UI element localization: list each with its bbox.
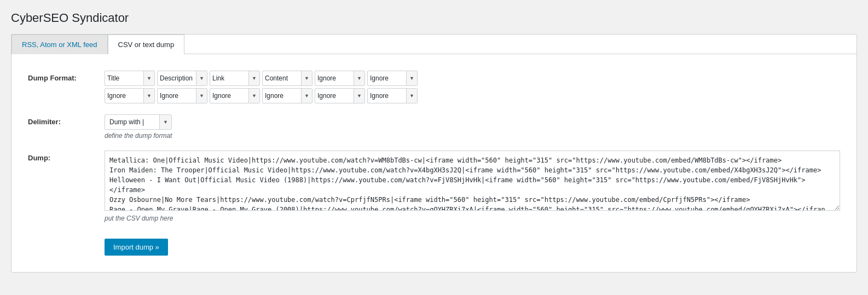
format-select-7[interactable]: IgnoreTitleDescriptionLinkContentAuthor … [105,88,155,103]
chevron-down-icon: ▼ [143,71,154,85]
format-row-1: TitleDescriptionLinkContentAuthorIgnore … [105,71,840,86]
format-select-9[interactable]: IgnoreTitleDescriptionLinkContentAuthor … [210,88,260,103]
format-select-11[interactable]: IgnoreTitleDescriptionLinkContentAuthor … [315,88,365,103]
delimiter-hint: define the dump format [105,132,840,140]
format-select-12[interactable]: IgnoreTitleDescriptionLinkContentAuthor … [367,88,418,103]
chevron-down-icon: ▼ [159,115,171,129]
format-select-1[interactable]: TitleDescriptionLinkContentAuthorIgnore … [105,71,155,86]
import-row: Import dump » [28,233,840,256]
format-select-5-input[interactable]: IgnoreTitleDescriptionLinkContentAuthor [315,71,354,85]
tab-csv[interactable]: CSV or text dump [108,34,185,54]
chevron-down-icon: ▼ [354,71,364,85]
format-select-4-input[interactable]: ContentTitleDescriptionLinkAuthorIgnore [263,71,301,85]
delimiter-label: Delimiter: [28,114,105,126]
format-select-2[interactable]: DescriptionTitleLinkContentAuthorIgnore … [157,71,207,86]
format-select-2-input[interactable]: DescriptionTitleLinkContentAuthorIgnore [158,71,196,85]
dump-row: Dump: put the CSV dump here [28,151,840,222]
dump-format-row: Dump Format: TitleDescriptionLinkContent… [28,71,840,103]
main-card: RSS, Atom or XML feed CSV or text dump D… [11,34,857,273]
chevron-down-icon: ▼ [248,89,259,103]
format-select-3[interactable]: LinkTitleDescriptionContentAuthorIgnore … [210,71,260,86]
format-select-6[interactable]: IgnoreTitleDescriptionLinkContentAuthor … [367,71,418,86]
chevron-down-icon: ▼ [301,71,312,85]
dump-hint: put the CSV dump here [105,215,840,222]
chevron-down-icon: ▼ [406,89,417,103]
delimiter-field: Dump with | Dump with , Dump with ; Dump… [105,114,840,140]
chevron-down-icon: ▼ [248,71,259,85]
format-select-1-input[interactable]: TitleDescriptionLinkContentAuthorIgnore [105,71,143,85]
chevron-down-icon: ▼ [196,89,207,103]
delimiter-row: Delimiter: Dump with | Dump with , Dump … [28,114,840,140]
dump-format-field: TitleDescriptionLinkContentAuthorIgnore … [105,71,840,103]
tab-content-csv: Dump Format: TitleDescriptionLinkContent… [11,54,857,272]
format-select-3-input[interactable]: LinkTitleDescriptionContentAuthorIgnore [210,71,248,85]
dump-format-label: Dump Format: [28,71,105,82]
format-select-6-input[interactable]: IgnoreTitleDescriptionLinkContentAuthor [368,71,406,85]
format-row-2: IgnoreTitleDescriptionLinkContentAuthor … [105,88,840,103]
format-select-11-input[interactable]: IgnoreTitleDescriptionLinkContentAuthor [315,89,354,103]
delimiter-select-input[interactable]: Dump with | Dump with , Dump with ; Dump… [105,115,159,129]
format-select-8-input[interactable]: IgnoreTitleDescriptionLinkContentAuthor [158,89,196,103]
format-select-8[interactable]: IgnoreTitleDescriptionLinkContentAuthor … [157,88,207,103]
chevron-down-icon: ▼ [196,71,207,85]
dump-field: put the CSV dump here [105,151,840,222]
format-select-5[interactable]: IgnoreTitleDescriptionLinkContentAuthor … [315,71,365,86]
format-select-10-input[interactable]: IgnoreTitleDescriptionLinkContentAuthor [263,89,301,103]
chevron-down-icon: ▼ [406,71,417,85]
format-select-7-input[interactable]: IgnoreTitleDescriptionLinkContentAuthor [105,89,143,103]
import-dump-button[interactable]: Import dump » [105,239,168,256]
delimiter-select[interactable]: Dump with | Dump with , Dump with ; Dump… [105,114,172,130]
format-select-9-input[interactable]: IgnoreTitleDescriptionLinkContentAuthor [210,89,248,103]
format-select-10[interactable]: IgnoreTitleDescriptionLinkContentAuthor … [262,88,313,103]
page-title: CyberSEO Syndicator [11,11,857,25]
dump-textarea[interactable] [105,151,840,211]
chevron-down-icon: ▼ [143,89,154,103]
dump-label: Dump: [28,151,105,162]
tab-rss[interactable]: RSS, Atom or XML feed [11,34,108,54]
tabs-header: RSS, Atom or XML feed CSV or text dump [11,34,857,54]
chevron-down-icon: ▼ [354,89,364,103]
chevron-down-icon: ▼ [301,89,312,103]
format-select-4[interactable]: ContentTitleDescriptionLinkAuthorIgnore … [262,71,313,86]
format-select-12-input[interactable]: IgnoreTitleDescriptionLinkContentAuthor [368,89,406,103]
